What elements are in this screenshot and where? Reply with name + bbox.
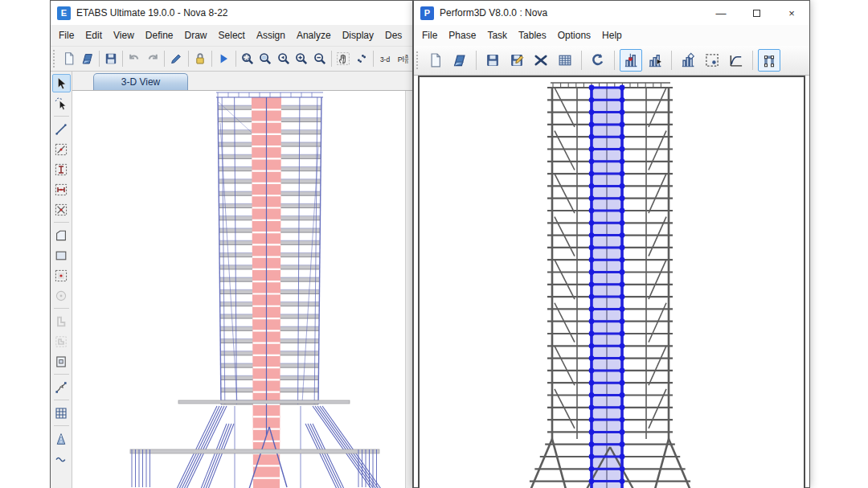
run-analysis-button[interactable]	[215, 49, 233, 68]
modeling-phase-button[interactable]	[620, 49, 642, 72]
maximize-button[interactable]	[739, 1, 774, 25]
toolbar-separator	[54, 116, 69, 117]
edit-pencil-button[interactable]	[167, 49, 186, 68]
etabs-titlebar[interactable]: E ETABS Ultimate 19.0.0 - Nova 8-22	[51, 1, 412, 25]
open-model-icon	[80, 51, 95, 66]
perform3d-titlebar[interactable]: P Perform3D V8.0.0 : Nova —×	[414, 1, 809, 25]
draw-floor-click-button[interactable]	[52, 266, 71, 285]
toolbar-separator	[373, 51, 374, 67]
rerun-analysis-icon	[590, 52, 606, 68]
close-button[interactable]: ×	[774, 1, 809, 25]
pointer-button[interactable]	[52, 74, 71, 92]
draw-xbrace-icon	[54, 203, 68, 217]
etabs-window: E ETABS Ultimate 19.0.0 - Nova 8-22 File…	[50, 0, 413, 488]
walk-through-button[interactable]	[353, 49, 371, 68]
draw-opening-button[interactable]	[52, 286, 71, 305]
menu-item-des[interactable]: Des	[379, 27, 407, 44]
save-button[interactable]	[102, 49, 121, 68]
save-icon	[104, 51, 118, 66]
draw-wall-button[interactable]	[52, 312, 71, 330]
pushover-plot-icon	[728, 52, 744, 68]
view-3d-button[interactable]: 3-d	[376, 49, 395, 68]
view-plan-button[interactable]: Pl a n	[394, 49, 412, 68]
menu-item-help[interactable]: Help	[596, 27, 628, 44]
svg-text:n: n	[405, 59, 408, 64]
pan-button[interactable]	[334, 49, 353, 68]
menu-item-display[interactable]: Display	[337, 27, 379, 44]
menu-item-draw[interactable]: Draw	[179, 27, 213, 44]
frame-view-icon	[761, 52, 777, 68]
toolbar-separator	[211, 51, 212, 67]
toolbar-grip[interactable]	[53, 50, 58, 68]
draw-floor-poly-button[interactable]	[52, 226, 71, 244]
redo-button[interactable]	[144, 49, 162, 68]
menu-item-tables[interactable]: Tables	[513, 27, 552, 44]
new-model-button[interactable]	[60, 49, 79, 68]
draw-ramp-button[interactable]	[52, 429, 71, 448]
select-poly-button[interactable]	[52, 94, 71, 113]
menu-item-assign[interactable]: Assign	[251, 27, 291, 44]
save-button[interactable]	[481, 49, 504, 72]
frame-view-button[interactable]	[758, 49, 780, 72]
etabs-vertical-scrollbar[interactable]	[405, 91, 412, 488]
draw-braces-button[interactable]	[52, 140, 71, 158]
draw-column-icon	[54, 162, 68, 177]
toolbar-separator	[122, 51, 123, 67]
menu-item-edit[interactable]: Edit	[80, 27, 108, 44]
pushover-plot-button[interactable]	[725, 49, 747, 72]
undo-button[interactable]	[125, 49, 144, 68]
view-3d-icon: 3-d	[378, 51, 392, 66]
menu-item-define[interactable]: Define	[140, 27, 179, 44]
menu-item-file[interactable]: File	[53, 27, 80, 44]
rubber-band-zoom-button[interactable]	[238, 49, 256, 68]
draw-wall-pier-button[interactable]	[52, 332, 71, 351]
draw-link-button[interactable]	[52, 378, 71, 396]
restore-full-view-icon	[258, 51, 272, 66]
select-nodes-button[interactable]	[701, 49, 723, 72]
toolbar-separator	[188, 51, 189, 67]
analysis-phase-button[interactable]	[644, 49, 666, 72]
draw-dimension-icon	[54, 452, 68, 466]
tab-3d-view[interactable]: 3-D View	[93, 73, 188, 90]
show-tables-button[interactable]	[554, 49, 576, 72]
save-as-button[interactable]	[506, 49, 528, 72]
draw-xbrace-button[interactable]	[52, 200, 71, 219]
menu-item-phase[interactable]: Phase	[443, 27, 481, 44]
draw-column-button[interactable]	[52, 160, 71, 178]
menu-item-view[interactable]: View	[108, 27, 140, 44]
lock-model-icon	[193, 51, 207, 66]
new-file-button[interactable]	[424, 49, 447, 72]
etabs-model-3d[interactable]	[72, 91, 405, 488]
menu-item-file[interactable]: File	[416, 27, 443, 44]
svg-text:a: a	[405, 53, 408, 59]
toolbar-separator	[54, 222, 69, 223]
svg-text:3-d: 3-d	[380, 55, 390, 64]
draw-line-icon	[54, 122, 68, 137]
display-results-button[interactable]	[677, 49, 699, 72]
menu-item-analyze[interactable]: Analyze	[291, 27, 337, 44]
view-plan-icon: Pl a n	[396, 51, 411, 66]
zoom-in-button[interactable]	[293, 49, 311, 68]
etabs-toolbar: 3-dPl a n	[51, 46, 412, 72]
draw-wall-panel-button[interactable]	[52, 352, 71, 371]
draw-beam-button[interactable]	[52, 180, 71, 199]
draw-floor-rect-button[interactable]	[52, 246, 71, 265]
open-file-button[interactable]	[448, 49, 471, 72]
perform3d-model[interactable]	[420, 77, 805, 488]
previous-zoom-button[interactable]	[275, 49, 293, 68]
toolbar-grip[interactable]	[416, 51, 421, 69]
zoom-out-button[interactable]	[311, 49, 330, 68]
delete-button[interactable]	[530, 49, 552, 72]
draw-line-button[interactable]	[52, 120, 71, 138]
draw-dimension-button[interactable]	[52, 449, 71, 468]
rerun-analysis-button[interactable]	[587, 49, 609, 72]
menu-item-task[interactable]: Task	[481, 27, 513, 44]
menu-item-options[interactable]: Options	[552, 27, 596, 44]
open-model-button[interactable]	[78, 49, 96, 68]
lock-model-button[interactable]	[191, 49, 210, 68]
edit-grids-button[interactable]	[52, 404, 71, 422]
menu-item-select[interactable]: Select	[213, 27, 251, 44]
minimize-button[interactable]: —	[703, 1, 739, 25]
restore-full-view-button[interactable]	[256, 49, 275, 68]
rubber-band-zoom-icon	[240, 51, 255, 66]
